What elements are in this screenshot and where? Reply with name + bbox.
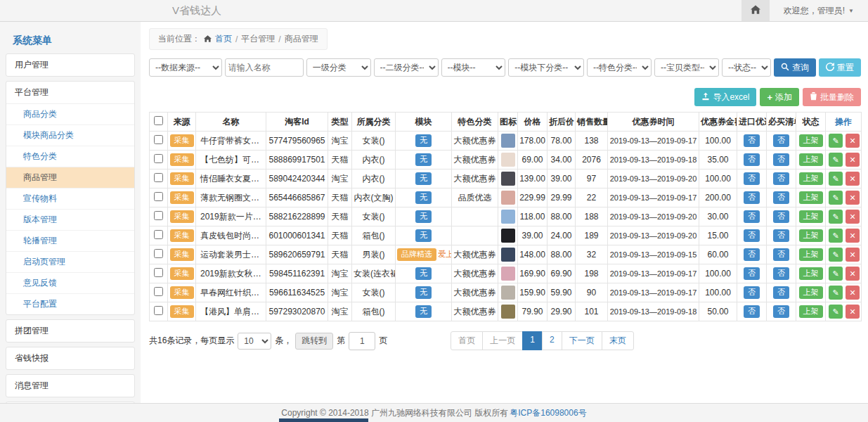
import-select-toggle[interactable]: 否 bbox=[744, 210, 760, 222]
delete-button[interactable]: ✕ bbox=[846, 153, 860, 167]
sidebar-subitem[interactable]: 模块商品分类 bbox=[6, 125, 134, 146]
status-toggle[interactable]: 上架 bbox=[799, 286, 823, 298]
page-prev-button[interactable]: 上一页 bbox=[482, 331, 523, 350]
edit-button[interactable]: ✎ bbox=[829, 267, 843, 281]
import-select-toggle[interactable]: 否 bbox=[744, 248, 760, 260]
filter-level2-category-select[interactable]: --二级分类-- bbox=[374, 58, 439, 77]
row-checkbox[interactable] bbox=[154, 173, 163, 182]
row-checkbox[interactable] bbox=[154, 135, 163, 144]
status-toggle[interactable]: 上架 bbox=[799, 134, 823, 146]
must-buy-toggle[interactable]: 否 bbox=[773, 172, 789, 184]
row-checkbox[interactable] bbox=[154, 154, 163, 163]
must-buy-toggle[interactable]: 否 bbox=[773, 210, 789, 222]
sidebar-subitem[interactable]: 轮播管理 bbox=[6, 231, 134, 252]
sidebar-subitem[interactable]: 商品分类 bbox=[6, 104, 134, 125]
delete-button[interactable]: ✕ bbox=[846, 267, 860, 281]
add-button[interactable]: + 添加 bbox=[760, 88, 799, 106]
row-checkbox[interactable] bbox=[154, 192, 163, 201]
filter-module-subcategory-select[interactable]: --模块下分类-- bbox=[508, 58, 584, 77]
status-toggle[interactable]: 上架 bbox=[799, 191, 823, 203]
row-checkbox[interactable] bbox=[154, 249, 163, 258]
status-toggle[interactable]: 上架 bbox=[799, 267, 823, 279]
home-button[interactable] bbox=[741, 0, 770, 21]
delete-button[interactable]: ✕ bbox=[846, 191, 860, 205]
delete-button[interactable]: ✕ bbox=[846, 248, 860, 262]
page-first-button[interactable]: 首页 bbox=[451, 331, 483, 350]
delete-button[interactable]: ✕ bbox=[846, 305, 860, 319]
user-menu[interactable]: 欢迎您，管理员! ▼ bbox=[770, 0, 868, 21]
filter-item-type-select[interactable]: --宝贝类型-- bbox=[654, 58, 719, 77]
import-select-toggle[interactable]: 否 bbox=[744, 286, 760, 298]
must-buy-toggle[interactable]: 否 bbox=[773, 286, 789, 298]
sidebar-subitem[interactable]: 宣传物料 bbox=[6, 188, 134, 210]
edit-button[interactable]: ✎ bbox=[829, 248, 843, 262]
filter-status-select[interactable]: --状态-- bbox=[722, 58, 771, 77]
delete-button[interactable]: ✕ bbox=[846, 229, 860, 243]
filter-module-select[interactable]: --模块-- bbox=[441, 58, 506, 77]
must-buy-toggle[interactable]: 否 bbox=[773, 248, 789, 260]
jump-page-input[interactable] bbox=[349, 332, 375, 350]
import-excel-button[interactable]: 导入excel bbox=[694, 88, 756, 106]
edit-button[interactable]: ✎ bbox=[829, 153, 843, 167]
jump-button[interactable]: 跳转到 bbox=[295, 333, 333, 350]
page-last-button[interactable]: 末页 bbox=[602, 331, 634, 350]
must-buy-toggle[interactable]: 否 bbox=[773, 134, 789, 146]
reset-button[interactable]: 重置 bbox=[819, 58, 861, 77]
page-size-select[interactable]: 10 bbox=[238, 333, 271, 350]
import-select-toggle[interactable]: 否 bbox=[744, 191, 760, 203]
edit-button[interactable]: ✎ bbox=[829, 229, 843, 243]
must-buy-toggle[interactable]: 否 bbox=[773, 267, 789, 279]
page-2-button[interactable]: 2 bbox=[542, 331, 562, 350]
filter-feature-category-select[interactable]: --特色分类-- bbox=[587, 58, 652, 77]
delete-button[interactable]: ✕ bbox=[846, 134, 860, 148]
edit-button[interactable]: ✎ bbox=[829, 210, 843, 224]
delete-button[interactable]: ✕ bbox=[846, 210, 860, 224]
row-checkbox[interactable] bbox=[154, 230, 163, 239]
filter-level1-category-select[interactable]: 一级分类 bbox=[306, 58, 371, 77]
row-checkbox[interactable] bbox=[154, 306, 163, 315]
import-select-toggle[interactable]: 否 bbox=[744, 134, 760, 146]
icp-link[interactable]: 粤ICP备16098006号 bbox=[510, 407, 586, 419]
must-buy-toggle[interactable]: 否 bbox=[773, 191, 789, 203]
must-buy-toggle[interactable]: 否 bbox=[773, 153, 789, 165]
import-select-toggle[interactable]: 否 bbox=[744, 172, 760, 184]
status-toggle[interactable]: 上架 bbox=[799, 210, 823, 222]
page-next-button[interactable]: 下一页 bbox=[562, 331, 602, 350]
import-select-toggle[interactable]: 否 bbox=[744, 153, 760, 165]
status-toggle[interactable]: 上架 bbox=[799, 305, 823, 317]
edit-button[interactable]: ✎ bbox=[829, 305, 843, 319]
status-toggle[interactable]: 上架 bbox=[799, 248, 823, 260]
sidebar-subitem[interactable]: 特色分类 bbox=[6, 146, 134, 167]
import-select-toggle[interactable]: 否 bbox=[744, 229, 760, 241]
row-checkbox[interactable] bbox=[154, 268, 163, 277]
page-1-button[interactable]: 1 bbox=[522, 331, 543, 350]
edit-button[interactable]: ✎ bbox=[829, 286, 843, 300]
edit-button[interactable]: ✎ bbox=[829, 172, 843, 186]
sidebar-subitem[interactable]: 启动页管理 bbox=[6, 252, 134, 273]
sidebar-item[interactable]: 消息管理 bbox=[6, 374, 135, 397]
must-buy-toggle[interactable]: 否 bbox=[773, 229, 789, 241]
must-buy-toggle[interactable]: 否 bbox=[773, 305, 789, 317]
sidebar-item[interactable]: 拼团管理 bbox=[6, 319, 135, 343]
search-button[interactable]: 查询 bbox=[774, 58, 816, 77]
delete-button[interactable]: ✕ bbox=[846, 172, 860, 186]
sidebar-item-label[interactable]: 平台管理 bbox=[6, 82, 134, 103]
batch-delete-button[interactable]: 批量删除 bbox=[803, 88, 861, 106]
status-toggle[interactable]: 上架 bbox=[799, 153, 823, 165]
delete-button[interactable]: ✕ bbox=[846, 286, 860, 300]
sidebar-subitem[interactable]: 商品管理 bbox=[6, 167, 134, 188]
status-toggle[interactable]: 上架 bbox=[799, 229, 823, 241]
row-checkbox[interactable] bbox=[154, 287, 163, 296]
import-select-toggle[interactable]: 否 bbox=[744, 305, 760, 317]
sidebar-subitem[interactable]: 平台配置 bbox=[6, 294, 134, 314]
sidebar-subitem[interactable]: 意见反馈 bbox=[6, 273, 134, 294]
name-search-input[interactable] bbox=[225, 58, 304, 77]
breadcrumb-home-link[interactable]: 首页 bbox=[215, 33, 232, 45]
filter-data-source-select[interactable]: --数据来源-- bbox=[149, 58, 222, 77]
edit-button[interactable]: ✎ bbox=[829, 191, 843, 205]
sidebar-item-user-mgmt[interactable]: 用户管理 bbox=[6, 53, 135, 77]
select-all-checkbox[interactable] bbox=[154, 116, 163, 125]
status-toggle[interactable]: 上架 bbox=[799, 172, 823, 184]
sidebar-subitem[interactable]: 版本管理 bbox=[6, 210, 134, 231]
import-select-toggle[interactable]: 否 bbox=[744, 267, 760, 279]
